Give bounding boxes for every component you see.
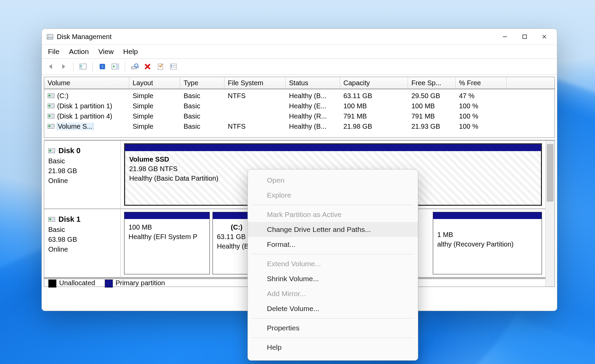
partition-header [433, 212, 542, 219]
volume-status: Healthy (E... [286, 102, 340, 110]
context-add-mirror: Add Mirror... [248, 286, 418, 301]
volume-free: 21.93 GB [408, 123, 456, 130]
volume-type: Basic [180, 123, 224, 130]
drive-icon [48, 148, 55, 153]
scrollbar-thumb[interactable] [547, 144, 554, 202]
volume-status: Healthy (B... [286, 123, 340, 130]
context-mark-active: Mark Partition as Active [248, 207, 418, 222]
volume-status: Healthy (R... [286, 112, 340, 120]
volume-free: 100 MB [408, 102, 456, 110]
disk-state: Online [48, 244, 116, 254]
context-separator [252, 318, 414, 318]
volume-layout: Simple [129, 112, 180, 120]
menu-action[interactable]: Action [69, 48, 89, 56]
svg-rect-1 [48, 35, 49, 36]
context-shrink-volume[interactable]: Shrink Volume... [248, 271, 418, 286]
context-separator [252, 338, 414, 338]
volume-type: Basic [180, 102, 224, 110]
svg-line-17 [137, 67, 139, 68]
volume-layout: Simple [129, 102, 180, 110]
disk-size: 21.98 GB [48, 166, 116, 176]
partition-line2: althy (Recovery Partition) [437, 239, 538, 249]
back-icon[interactable] [46, 62, 55, 71]
drive-icon [48, 114, 54, 119]
volume-status: Healthy (B... [286, 92, 340, 100]
table-row[interactable]: (Disk 1 partition 4) Simple Basic Health… [44, 111, 555, 121]
vertical-scrollbar[interactable] [545, 141, 555, 287]
volume-pct: 100 % [456, 123, 507, 130]
disk-type: Basic [48, 156, 116, 166]
titlebar[interactable]: Disk Management [42, 29, 557, 45]
toolbar: ? [42, 59, 557, 75]
volume-pct: 100 % [456, 102, 507, 110]
volume-type: Basic [180, 112, 224, 120]
app-icon [47, 33, 53, 40]
context-help[interactable]: Help [248, 340, 418, 355]
volume-table-body: (C:) Simple Basic NTFS Healthy (B... 63.… [44, 89, 555, 138]
show-hide-console-tree-icon[interactable] [78, 62, 88, 71]
toolbar-separator [73, 62, 73, 71]
window-title: Disk Management [57, 33, 112, 41]
volume-free: 29.50 GB [408, 92, 456, 100]
volume-type: Basic [180, 92, 224, 100]
svg-rect-3 [48, 38, 48, 39]
table-row[interactable]: (C:) Simple Basic NTFS Healthy (B... 63.… [44, 91, 555, 101]
column-status[interactable]: Status [286, 77, 340, 89]
context-properties[interactable]: Properties [248, 321, 418, 335]
forward-icon[interactable] [59, 62, 68, 71]
context-format[interactable]: Format... [248, 237, 418, 252]
close-button[interactable] [534, 30, 554, 43]
disk-info[interactable]: Disk 1 Basic 63.98 GB Online [44, 209, 121, 277]
context-open: Open [248, 173, 418, 188]
context-explore: Explore [248, 188, 418, 203]
drive-icon [48, 217, 55, 222]
menu-help[interactable]: Help [123, 48, 138, 56]
volume-fs: NTFS [224, 123, 286, 130]
list-icon[interactable] [169, 62, 178, 71]
partition-title [437, 222, 538, 230]
legend-unallocated: Unallocated [59, 279, 95, 287]
volume-pct: 47 % [456, 92, 507, 100]
drive-icon [48, 124, 54, 129]
help-icon[interactable]: ? [98, 62, 107, 71]
svg-rect-5 [523, 35, 527, 39]
partition-recovery[interactable]: 1 MB althy (Recovery Partition) [433, 212, 542, 274]
volume-fs: NTFS [224, 92, 286, 100]
column-layout[interactable]: Layout [129, 77, 180, 89]
partition-header [125, 144, 541, 151]
disk-size: 63.98 GB [48, 235, 116, 244]
toolbar-separator [125, 62, 125, 71]
volume-capacity: 63.11 GB [340, 92, 408, 100]
table-row[interactable]: (Disk 1 partition 1) Simple Basic Health… [44, 101, 555, 111]
table-row[interactable]: Volume S... Simple Basic NTFS Healthy (B… [44, 121, 555, 131]
column-filesystem[interactable]: File System [224, 77, 286, 89]
context-delete-volume[interactable]: Delete Volume... [248, 301, 418, 316]
column-volume[interactable]: Volume [44, 77, 129, 89]
toolbar-separator [92, 62, 93, 71]
context-change-drive-letter[interactable]: Change Drive Letter and Paths... [248, 222, 418, 237]
column-free-space[interactable]: Free Sp... [408, 77, 456, 89]
disk-title: Disk 1 [58, 214, 81, 225]
context-separator [252, 254, 414, 254]
show-hide-action-pane-icon[interactable] [111, 62, 120, 71]
volume-capacity: 791 MB [340, 112, 408, 120]
partition-efi[interactable]: 100 MB Healthy (EFI System P [124, 212, 210, 274]
column-type[interactable]: Type [180, 77, 224, 89]
delete-icon[interactable] [143, 62, 152, 71]
menu-file[interactable]: File [48, 48, 60, 56]
volume-name: Volume S... [57, 123, 93, 130]
partition-line1: 1 MB [437, 230, 538, 239]
legend-swatch-unallocated [48, 279, 56, 288]
column-capacity[interactable]: Capacity [340, 77, 408, 89]
disk-info[interactable]: Disk 0 Basic 21.98 GB Online [44, 141, 121, 208]
properties-icon[interactable] [156, 62, 165, 71]
column-percent-free[interactable]: % Free [456, 77, 507, 89]
disk-title: Disk 0 [58, 145, 81, 156]
volume-layout: Simple [129, 123, 180, 130]
minimize-button[interactable] [495, 30, 515, 43]
menu-view[interactable]: View [98, 48, 114, 56]
context-menu: Open Explore Mark Partition as Active Ch… [248, 169, 418, 361]
maximize-button[interactable] [515, 30, 534, 43]
partition-line2: Healthy (EFI System P [129, 232, 205, 241]
settings-icon[interactable] [130, 62, 139, 71]
